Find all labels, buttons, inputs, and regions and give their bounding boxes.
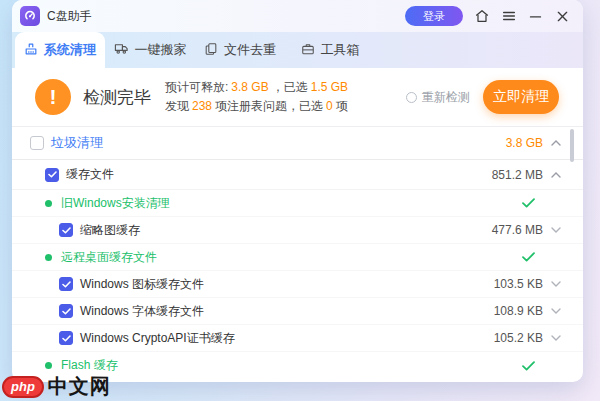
item-label: 缩略图缓存 <box>80 222 140 239</box>
chevron-down-icon[interactable] <box>543 281 569 287</box>
chevron-down-icon[interactable] <box>543 335 569 341</box>
chevron-down-icon[interactable] <box>543 227 569 233</box>
registry-count: 238 <box>192 99 212 113</box>
item-size: 477.6 MB <box>492 223 543 237</box>
list-item-icon-cache[interactable]: Windows 图标缓存文件 103.5 KB <box>12 271 583 298</box>
list-item-cryptoapi-cache[interactable]: Windows CryptoAPI证书缓存 105.2 KB <box>12 325 583 352</box>
green-dot-icon <box>45 200 52 207</box>
close-icon[interactable] <box>554 8 571 25</box>
group-size: 3.8 GB <box>506 136 543 150</box>
tab-one-key-move[interactable]: 一键搬家 <box>105 32 195 68</box>
releasable-size: 3.8 GB <box>231 80 268 94</box>
item-label: 远程桌面缓存文件 <box>61 249 157 266</box>
item-label: Windows 图标缓存文件 <box>80 276 204 293</box>
rescan-button[interactable]: 重新检测 <box>406 89 470 106</box>
rescan-circle-icon <box>406 92 417 103</box>
tab-toolbox[interactable]: 工具箱 <box>285 32 375 68</box>
group-checkbox[interactable] <box>30 136 44 150</box>
done-check-icon <box>513 361 543 371</box>
subgroup-row-cache-files[interactable]: 缓存文件 851.2 MB <box>12 160 583 190</box>
tab-bar: 系统清理 一键搬家 文件去重 <box>12 32 583 68</box>
item-size: 108.9 KB <box>494 304 543 318</box>
tab-system-clean[interactable]: 系统清理 <box>15 32 105 68</box>
login-button[interactable]: 登录 <box>405 6 463 26</box>
app-logo-icon <box>20 6 40 26</box>
tab-label: 工具箱 <box>321 41 360 59</box>
item-checkbox[interactable] <box>59 277 73 291</box>
scan-summary: 预计可释放:3.8 GB，已选1.5 GB 发现238项注册表问题，已选0项 <box>165 78 351 116</box>
menu-icon[interactable] <box>500 8 517 25</box>
item-label: Windows CryptoAPI证书缓存 <box>80 330 235 347</box>
tab-file-dedup[interactable]: 文件去重 <box>195 32 285 68</box>
titlebar: C盘助手 登录 <box>12 0 583 32</box>
tab-label: 一键搬家 <box>135 41 187 59</box>
app-window: C盘助手 登录 <box>12 0 583 382</box>
scan-status-title: 检测完毕 <box>83 86 151 109</box>
item-size: 103.5 KB <box>494 277 543 291</box>
rescan-label: 重新检测 <box>422 89 470 106</box>
done-check-icon <box>513 198 543 208</box>
list-item-font-cache[interactable]: Windows 字体缓存文件 108.9 KB <box>12 298 583 325</box>
subgroup-size: 851.2 MB <box>492 168 543 182</box>
cleanup-list: 垃圾清理 3.8 GB 缓存文件 851.2 MB 旧Windows <box>12 127 583 379</box>
site-watermark: php 中文网 <box>2 373 111 400</box>
green-dot-icon <box>45 254 52 261</box>
green-dot-icon <box>45 362 52 369</box>
registry-selected-count: 0 <box>326 99 333 113</box>
truck-icon <box>114 41 129 59</box>
item-checkbox[interactable] <box>59 223 73 237</box>
item-label: Windows 字体缓存文件 <box>80 303 204 320</box>
tab-label: 系统清理 <box>44 41 96 59</box>
group-row-junk-clean[interactable]: 垃圾清理 3.8 GB <box>12 127 583 160</box>
chevron-down-icon[interactable] <box>543 308 569 314</box>
item-label: Flash 缓存 <box>61 357 118 374</box>
list-item-thumbnail-cache[interactable]: 缩略图缓存 477.6 MB <box>12 217 583 244</box>
minimize-icon[interactable] <box>527 8 544 25</box>
app-title: C盘助手 <box>47 8 92 25</box>
group-label: 垃圾清理 <box>51 134 103 152</box>
php-logo: php <box>2 376 44 398</box>
titlebar-controls: 登录 <box>405 6 571 26</box>
summary-line-releasable: 预计可释放:3.8 GB，已选1.5 GB <box>165 78 351 97</box>
scrollbar-thumb[interactable] <box>570 129 574 162</box>
chevron-up-icon[interactable] <box>543 140 569 146</box>
item-size: 105.2 KB <box>494 331 543 345</box>
item-checkbox[interactable] <box>59 304 73 318</box>
summary-line-registry: 发现238项注册表问题，已选0项 <box>165 97 351 116</box>
chevron-up-icon[interactable] <box>543 172 569 178</box>
subgroup-label: 缓存文件 <box>66 166 114 183</box>
item-checkbox[interactable] <box>59 331 73 345</box>
tab-label: 文件去重 <box>224 41 276 59</box>
scan-status-panel: ! 检测完毕 预计可释放:3.8 GB，已选1.5 GB 发现238项注册表问题… <box>12 68 583 127</box>
subgroup-checkbox[interactable] <box>45 168 59 182</box>
list-item-old-windows[interactable]: 旧Windows安装清理 <box>12 190 583 217</box>
item-label: 旧Windows安装清理 <box>61 195 170 212</box>
copy-icon <box>204 42 218 59</box>
list-item-remote-desktop-cache[interactable]: 远程桌面缓存文件 <box>12 244 583 271</box>
watermark-text: 中文网 <box>48 373 111 400</box>
warning-icon: ! <box>35 79 71 115</box>
done-check-icon <box>513 252 543 262</box>
broom-icon <box>24 42 38 59</box>
selected-size: 1.5 GB <box>311 80 348 94</box>
toolbox-icon <box>301 42 315 59</box>
clean-now-button[interactable]: 立即清理 <box>483 80 559 114</box>
home-icon[interactable] <box>473 8 490 25</box>
